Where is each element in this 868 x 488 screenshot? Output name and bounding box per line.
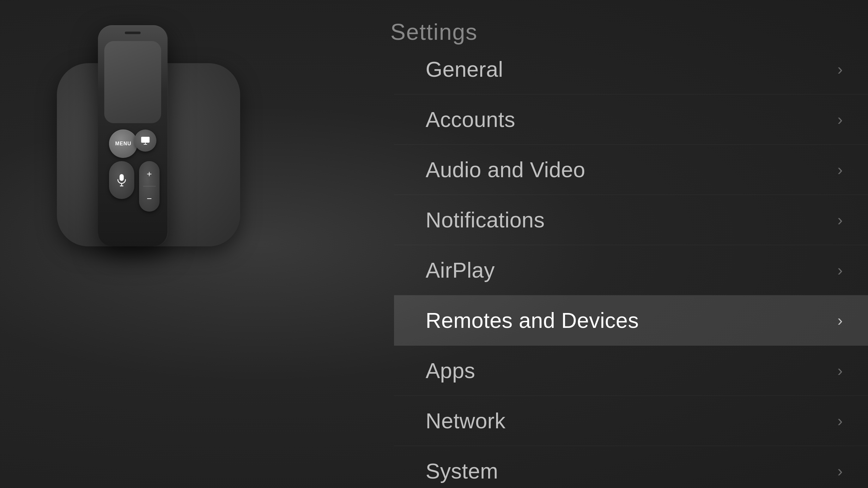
menu-item-label-general: General <box>426 57 503 82</box>
remote-device: MENU + <box>92 25 180 278</box>
mic-button[interactable] <box>109 161 134 199</box>
chevron-icon-remotes-devices: › <box>837 311 843 329</box>
remote-sensor <box>125 32 141 34</box>
chevron-icon-network: › <box>837 412 843 430</box>
chevron-icon-apps: › <box>837 361 843 380</box>
menu-button-label: MENU <box>115 141 131 147</box>
svg-rect-0 <box>141 137 150 143</box>
menu-item-network[interactable]: Network› <box>394 396 868 446</box>
menu-item-label-accounts: Accounts <box>426 107 515 132</box>
chevron-icon-audio-video: › <box>837 160 843 179</box>
menu-item-label-apps: Apps <box>426 358 475 383</box>
menu-item-label-audio-video: Audio and Video <box>426 157 585 182</box>
remote-body: MENU + <box>98 25 167 247</box>
menu-item-audio-video[interactable]: Audio and Video› <box>394 145 868 195</box>
remote-touch-surface <box>104 41 161 123</box>
menu-item-system[interactable]: System› <box>394 446 868 488</box>
menu-button[interactable]: MENU <box>109 130 137 158</box>
menu-item-notifications[interactable]: Notifications› <box>394 195 868 245</box>
menu-item-label-notifications: Notifications <box>426 207 545 232</box>
chevron-icon-system: › <box>837 462 843 480</box>
tv-button[interactable] <box>134 130 156 152</box>
mic-icon <box>117 174 127 186</box>
tv-icon <box>140 135 150 145</box>
menu-item-label-system: System <box>426 459 498 483</box>
chevron-icon-airplay: › <box>837 261 843 279</box>
chevron-icon-notifications: › <box>837 211 843 229</box>
remote-area: MENU + <box>0 0 411 488</box>
volume-divider <box>143 186 156 186</box>
menu-item-accounts[interactable]: Accounts› <box>394 94 868 145</box>
menu-item-apps[interactable]: Apps› <box>394 346 868 396</box>
menu-item-airplay[interactable]: AirPlay› <box>394 245 868 295</box>
volume-plus-label: + <box>147 170 152 178</box>
menu-item-label-airplay: AirPlay <box>426 258 495 282</box>
chevron-icon-accounts: › <box>837 110 843 129</box>
settings-menu: General›Accounts›Audio and Video›Notific… <box>394 0 868 488</box>
volume-control[interactable]: + − <box>139 161 160 212</box>
svg-rect-1 <box>119 174 124 181</box>
menu-item-general[interactable]: General› <box>394 44 868 94</box>
menu-item-remotes-devices[interactable]: Remotes and Devices› <box>394 295 868 346</box>
menu-item-label-network: Network <box>426 409 505 433</box>
chevron-icon-general: › <box>837 60 843 78</box>
menu-item-label-remotes-devices: Remotes and Devices <box>426 308 639 333</box>
volume-minus-label: − <box>147 194 152 203</box>
